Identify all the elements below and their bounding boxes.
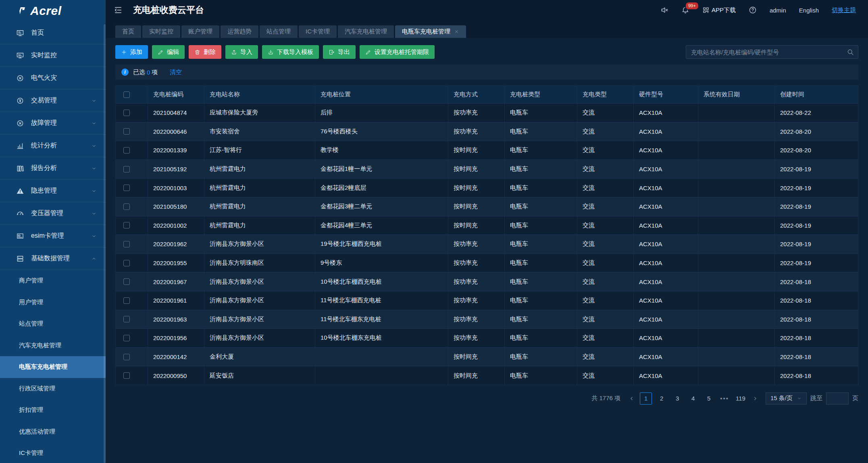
page-button[interactable]: 3 <box>671 392 683 405</box>
sidebar-item[interactable]: 隐患管理 <box>0 180 106 202</box>
language-switch[interactable]: English <box>799 7 819 14</box>
tab-站点管理[interactable]: 站点管理 <box>260 25 298 38</box>
app-download-link[interactable]: APP下载 <box>702 6 736 14</box>
table-row[interactable]: 2022000142金利大厦按时间充电瓶车交流ACX10A2022-08-18 <box>116 347 858 366</box>
select-all-checkbox[interactable] <box>123 91 130 98</box>
table-row[interactable]: 2022001003杭州雷霆电力金都花园2幢底层按时间充电瓶车交流ACX10A2… <box>116 178 858 197</box>
sidebar-item[interactable]: 变压器管理 <box>0 202 106 225</box>
sidebar-subitem[interactable]: 站点管理 <box>0 313 106 335</box>
tab-实时监控[interactable]: 实时监控 <box>142 25 180 38</box>
page-button[interactable]: 5 <box>703 392 715 405</box>
table-cell: 交流 <box>577 348 634 366</box>
table-cell: 9号楼东 <box>315 254 448 272</box>
row-checkbox[interactable] <box>123 166 130 172</box>
tab-运营趋势[interactable]: 运营趋势 <box>221 25 258 38</box>
sidebar-item[interactable]: 交易管理 <box>0 89 106 112</box>
table-row[interactable]: 2022001961沂南县东方御景小区11号楼北车棚西充电桩按功率充电瓶车交流A… <box>116 291 858 310</box>
chevron-down-icon <box>91 211 97 216</box>
sidebar-subitem[interactable]: 汽车充电桩管理 <box>0 335 106 357</box>
删除-button[interactable]: 删除 <box>189 45 221 59</box>
table-row[interactable]: 2022001962沂南县东方御景小区19号楼北车棚西充电桩按功率充电瓶车交流A… <box>116 235 858 253</box>
sidebar-subitem[interactable]: 商户管理 <box>0 270 106 292</box>
close-icon[interactable] <box>454 29 459 34</box>
sidebar-item[interactable]: 统计分析 <box>0 135 106 157</box>
table-row[interactable]: 2021005192杭州雷霆电力金都花园1幢一单元按时间充电瓶车交流ACX10A… <box>116 160 858 179</box>
编辑-button[interactable]: 编辑 <box>152 45 185 59</box>
导入-button[interactable]: 导入 <box>225 45 258 59</box>
theme-switch-link[interactable]: 切换主题 <box>832 6 856 14</box>
row-checkbox[interactable] <box>123 297 130 304</box>
table-row[interactable]: 2022000950延安饭店按时间充电瓶车交流ACX10A2022-08-18 <box>116 366 858 385</box>
username[interactable]: admin <box>770 7 786 14</box>
download-icon <box>268 49 274 55</box>
clear-selection-link[interactable]: 清空 <box>170 69 182 76</box>
table-row[interactable]: 2022001967沂南县东方御景小区10号楼北车棚西充电桩按功率充电瓶车交流A… <box>116 272 858 291</box>
row-checkbox[interactable] <box>123 110 130 116</box>
row-checkbox[interactable] <box>123 278 130 285</box>
notification-bell[interactable]: 99+ <box>681 6 689 14</box>
row-checkbox[interactable] <box>123 185 130 191</box>
sidebar-item[interactable]: 基础数据管理 <box>0 247 106 270</box>
search-icon[interactable] <box>847 48 854 56</box>
prev-page-button[interactable] <box>627 395 636 402</box>
sidebar-subitem[interactable]: 电瓶车充电桩管理 <box>0 356 106 378</box>
sidebar-item[interactable]: 故障管理 <box>0 112 106 135</box>
table-row[interactable]: 2022001339江苏-智将行教学楼按时间充电瓶车交流ACX10A2022-0… <box>116 141 858 160</box>
row-checkbox[interactable] <box>123 147 130 154</box>
sidebar-subitem[interactable]: 行政区域管理 <box>0 378 106 400</box>
table-row[interactable]: 2021005180杭州雷霆电力金都花园3幢二单元按时间充电瓶车交流ACX10A… <box>116 197 858 216</box>
设置充电桩托管期限-button[interactable]: 设置充电桩托管期限 <box>360 45 435 59</box>
export-icon <box>329 49 335 55</box>
page-button[interactable]: 2 <box>656 392 668 405</box>
row-checkbox[interactable] <box>123 354 130 360</box>
sidebar-item-label: 实时监控 <box>31 51 97 60</box>
row-checkbox[interactable] <box>123 335 130 341</box>
table-row[interactable]: 2021004874应城市保险大厦旁后排按功率充电瓶车交流ACX10A2022-… <box>116 103 858 122</box>
row-checkbox[interactable] <box>123 203 130 210</box>
row-checkbox[interactable] <box>123 316 130 322</box>
导出-button[interactable]: 导出 <box>323 45 356 59</box>
speaker-muted-icon[interactable] <box>660 6 668 14</box>
row-checkbox[interactable] <box>123 241 130 247</box>
table-cell: 沂南县东方御景小区 <box>204 235 315 253</box>
table-cell: 按功率充 <box>448 235 505 253</box>
sidebar-subitem[interactable]: 优惠活动管理 <box>0 421 106 443</box>
tab-账户管理[interactable]: 账户管理 <box>181 25 219 38</box>
sidebar-item-label: 报告分析 <box>31 164 84 172</box>
page-size-select[interactable]: 15 条/页 <box>766 392 807 405</box>
table-row[interactable]: 2022001956沂南县东方御景小区10号楼北车棚东充电桩按功率充电瓶车交流A… <box>116 328 858 347</box>
page-button[interactable]: 4 <box>687 392 699 405</box>
sidebar-item[interactable]: 电气火灾 <box>0 67 106 89</box>
tab-电瓶车充电桩管理[interactable]: 电瓶车充电桩管理 <box>395 25 466 38</box>
添加-button[interactable]: 添加 <box>115 45 148 59</box>
search-input[interactable] <box>686 45 858 59</box>
row-checkbox[interactable] <box>123 372 130 379</box>
table-row[interactable]: 2022000646市安装宿舍76号楼西楼头按功率充电瓶车交流ACX10A202… <box>116 122 858 141</box>
table-cell: ACX10A <box>634 179 698 197</box>
row-checkbox[interactable] <box>123 222 130 228</box>
sidebar-item[interactable]: 报告分析 <box>0 157 106 180</box>
tab-汽车充电桩管理[interactable]: 汽车充电桩管理 <box>338 25 394 38</box>
row-checkbox[interactable] <box>123 128 130 135</box>
menu-fold-icon[interactable] <box>114 6 123 15</box>
jump-page-input[interactable] <box>826 392 849 405</box>
table-cell: 2022001339 <box>148 141 204 160</box>
sidebar-subitem[interactable]: 折扣管理 <box>0 399 106 421</box>
sidebar-item[interactable]: esim卡管理 <box>0 225 106 247</box>
next-page-button[interactable] <box>751 395 760 402</box>
下载导入模板-button[interactable]: 下载导入模板 <box>262 45 319 59</box>
sidebar-subitem[interactable]: IC卡管理 <box>0 442 106 463</box>
page-button[interactable]: 1 <box>640 392 652 405</box>
sidebar-item[interactable]: 首页 <box>0 22 106 44</box>
sidebar-subitem[interactable]: 用户管理 <box>0 292 106 314</box>
table-row[interactable]: 2022001955沂南县东方明珠南区9号楼东按功率充电瓶车交流ACX10A20… <box>116 253 858 272</box>
table-cell: 2022-08-18 <box>775 310 858 329</box>
sidebar-item[interactable]: 实时监控 <box>0 44 106 67</box>
row-checkbox[interactable] <box>123 260 130 266</box>
tab-首页[interactable]: 首页 <box>115 25 141 38</box>
help-icon[interactable] <box>749 6 757 14</box>
page-button[interactable]: 119 <box>734 392 747 405</box>
table-row[interactable]: 2022001963沂南县东方御景小区11号楼北车棚东充电桩按功率充电瓶车交流A… <box>116 310 858 329</box>
tab-IC卡管理[interactable]: IC卡管理 <box>299 25 337 38</box>
table-row[interactable]: 2022001002杭州雷霆电力金都花园4幢三单元按时间充电瓶车交流ACX10A… <box>116 216 858 235</box>
